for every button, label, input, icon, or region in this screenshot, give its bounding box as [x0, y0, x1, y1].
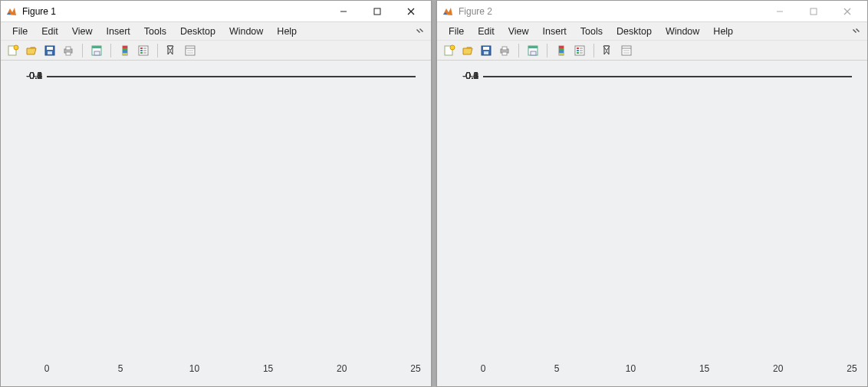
menu-help[interactable]: Help: [270, 24, 304, 39]
svg-rect-1: [374, 8, 380, 15]
save-icon[interactable]: [478, 43, 494, 58]
edit-plot-icon[interactable]: [164, 43, 179, 58]
x-tick-label: 0: [481, 363, 486, 374]
menu-file[interactable]: File: [442, 24, 471, 39]
menu-insert[interactable]: Insert: [100, 24, 137, 39]
x-tick-label: 25: [847, 363, 856, 374]
axes-box: [483, 76, 852, 77]
toolbar-separator: [547, 44, 547, 57]
svg-point-5: [14, 45, 18, 50]
insert-colorbar-icon[interactable]: [117, 43, 133, 58]
y-tick-labels: -1-0.8-0.6-0.4-0.200.20.40.60.81: [455, 76, 483, 360]
new-figure-icon[interactable]: [442, 43, 457, 58]
svg-rect-18: [123, 51, 127, 53]
x-tick-label: 5: [118, 363, 123, 374]
toolbar-separator: [593, 44, 594, 57]
menu-view[interactable]: View: [501, 24, 536, 39]
maximize-button[interactable]: [797, 1, 830, 22]
svg-rect-74: [484, 51, 488, 54]
menubar: FileEditViewInsertToolsDesktopWindowHelp: [437, 22, 867, 41]
axes[interactable]: -1-0.8-0.6-0.4-0.200.20.40.60.81 0510152…: [47, 76, 416, 360]
toolbar: [1, 41, 431, 61]
axes[interactable]: -1-0.8-0.6-0.4-0.200.20.40.60.81 0510152…: [483, 76, 852, 360]
svg-rect-7: [47, 47, 53, 50]
open-property-inspector-icon[interactable]: [619, 43, 634, 58]
x-tick-label: 20: [337, 363, 347, 374]
menu-file[interactable]: File: [5, 24, 35, 39]
insert-legend-icon[interactable]: [136, 43, 151, 58]
x-tick-label: 10: [626, 363, 636, 374]
new-figure-icon[interactable]: [5, 43, 21, 58]
svg-rect-77: [502, 52, 507, 55]
minimize-button[interactable]: [327, 1, 360, 22]
titlebar[interactable]: Figure 2: [437, 1, 867, 22]
svg-point-71: [450, 45, 455, 50]
toolbar-separator: [157, 44, 158, 57]
window-controls: [763, 1, 864, 22]
matlab-app-icon: [5, 5, 18, 18]
menu-view[interactable]: View: [65, 24, 100, 39]
insert-legend-icon[interactable]: [572, 43, 587, 58]
print-icon[interactable]: [61, 43, 76, 58]
x-tick-label: 0: [44, 363, 50, 374]
toolbar: [437, 41, 867, 61]
window-title: Figure 1: [22, 6, 327, 17]
link-axes-icon[interactable]: [525, 43, 541, 58]
menu-window[interactable]: Window: [222, 24, 270, 39]
minimize-button[interactable]: [763, 1, 797, 22]
x-tick-label: 5: [554, 363, 560, 374]
chart-area: -1-0.8-0.6-0.4-0.200.20.40.60.81 0510152…: [437, 61, 867, 386]
menubar-overflow-icon[interactable]: [849, 26, 863, 37]
x-tick-label: 15: [699, 363, 709, 374]
maximize-button[interactable]: [360, 1, 394, 22]
svg-rect-80: [531, 51, 536, 55]
y-tick-label: 1: [37, 71, 42, 81]
menubar-overflow-icon[interactable]: [413, 26, 426, 37]
svg-rect-73: [483, 47, 489, 50]
link-axes-icon[interactable]: [89, 43, 104, 58]
edit-plot-icon[interactable]: [600, 43, 616, 58]
menu-edit[interactable]: Edit: [35, 24, 65, 39]
menu-tools[interactable]: Tools: [574, 24, 610, 39]
open-icon[interactable]: [24, 43, 39, 58]
svg-rect-16: [123, 46, 127, 48]
svg-rect-8: [48, 51, 52, 54]
close-button[interactable]: [830, 1, 864, 22]
menu-desktop[interactable]: Desktop: [610, 24, 659, 39]
svg-rect-19: [123, 53, 127, 55]
open-icon[interactable]: [460, 43, 475, 58]
insert-colorbar-icon[interactable]: [554, 43, 569, 58]
open-property-inspector-icon[interactable]: [182, 43, 198, 58]
menu-window[interactable]: Window: [659, 24, 706, 39]
menu-desktop[interactable]: Desktop: [173, 24, 222, 39]
x-tick-labels: 0510152025: [47, 360, 416, 376]
print-icon[interactable]: [497, 43, 512, 58]
chart-area: -1-0.8-0.6-0.4-0.200.20.40.60.81 0510152…: [1, 61, 431, 386]
x-tick-label: 15: [263, 363, 273, 374]
svg-rect-10: [66, 47, 71, 50]
menu-edit[interactable]: Edit: [471, 24, 501, 39]
x-tick-labels: 0510152025: [483, 360, 852, 376]
menu-help[interactable]: Help: [706, 24, 740, 39]
svg-rect-14: [94, 51, 100, 55]
figure-window: Figure 1 FileEditViewInsertToolsDesktopW…: [0, 0, 432, 387]
figure-window: Figure 2 FileEditViewInsertToolsDesktopW…: [436, 0, 868, 387]
save-icon[interactable]: [42, 43, 58, 58]
svg-rect-85: [559, 53, 564, 55]
toolbar-separator: [110, 44, 111, 57]
desktop: Figure 1 FileEditViewInsertToolsDesktopW…: [0, 0, 868, 387]
window-title: Figure 2: [459, 6, 763, 17]
x-tick-label: 25: [410, 363, 420, 374]
close-button[interactable]: [394, 1, 428, 22]
svg-rect-67: [810, 8, 817, 15]
menu-insert[interactable]: Insert: [536, 24, 574, 39]
y-tick-label: 1: [473, 71, 478, 81]
window-controls: [327, 1, 428, 22]
toolbar-separator: [82, 44, 83, 57]
matlab-app-icon: [442, 5, 454, 18]
menu-tools[interactable]: Tools: [137, 24, 173, 39]
svg-rect-17: [123, 48, 127, 51]
titlebar[interactable]: Figure 1: [1, 1, 431, 22]
toolbar-separator: [518, 44, 519, 57]
svg-rect-84: [559, 51, 564, 53]
